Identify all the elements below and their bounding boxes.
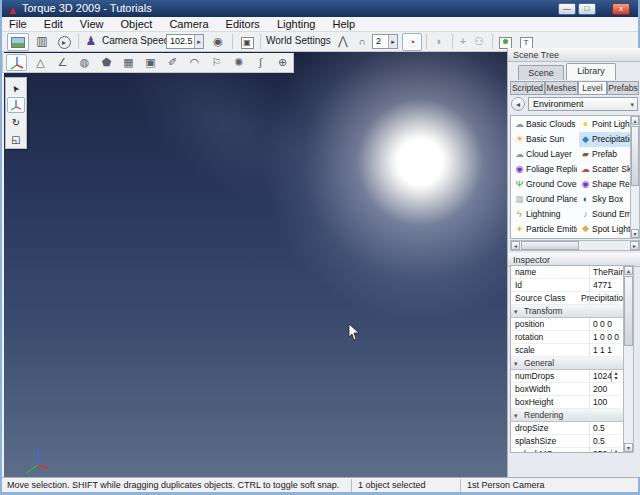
select-tool-button[interactable]: ➤ xyxy=(7,80,25,96)
list-item-ground-plane[interactable]: ▦Ground Plane xyxy=(513,192,577,207)
list-item-point-light[interactable]: ●Point Light xyxy=(579,117,633,132)
section-general[interactable]: ▾General xyxy=(511,357,634,370)
cloud-icon: ☁ xyxy=(513,147,526,162)
close-button[interactable]: x xyxy=(612,3,630,15)
maximize-button[interactable]: □ xyxy=(578,3,596,15)
inspector-row-name[interactable]: nameTheRain xyxy=(511,266,621,279)
inspector-row-splashsize[interactable]: splashSize0.5 xyxy=(511,435,621,448)
decal-editor-button[interactable]: ▣ xyxy=(140,54,161,71)
camera-speed-input[interactable]: 102.5▸ xyxy=(166,34,204,49)
camera-person-button[interactable]: ♟ xyxy=(82,33,100,51)
list-item-shape-replicator[interactable]: ◉Shape Replicator xyxy=(579,177,633,192)
add-button[interactable]: + xyxy=(456,33,470,51)
rotate-tool-button[interactable]: ↻ xyxy=(7,115,25,131)
tab-library[interactable]: Library xyxy=(566,63,616,80)
subtab-prefabs[interactable]: Prefabs xyxy=(607,81,639,95)
road-path-editor-button[interactable]: ⊕ xyxy=(272,54,293,71)
subtab-meshes[interactable]: Meshes xyxy=(545,81,578,95)
move-tool-button[interactable] xyxy=(7,97,25,113)
players-button[interactable]: ⚇ xyxy=(470,33,488,51)
mesh-road-editor-button[interactable]: ◠ xyxy=(184,54,205,71)
visibility-button[interactable]: ◉ xyxy=(208,33,228,51)
list-item-spot-light[interactable]: ❖Spot Light xyxy=(579,222,633,237)
datablock-editor-button[interactable]: ⬟ xyxy=(96,54,117,71)
layout-button[interactable]: ▥ xyxy=(32,33,52,51)
scene-view-button[interactable] xyxy=(7,33,29,51)
list-item-basic-sun[interactable]: ☀Basic Sun xyxy=(513,132,577,147)
list-item-cloud-layer[interactable]: ☁Cloud Layer xyxy=(513,147,577,162)
splashms-spinner[interactable]: ▴▾ xyxy=(611,449,620,453)
menu-object[interactable]: Object xyxy=(114,17,160,31)
clock-button[interactable]: ◗ xyxy=(430,33,448,51)
scroll-right-icon[interactable]: ▸ xyxy=(630,241,639,250)
inspector-vertical-scrollbar[interactable]: ▴ ▾ xyxy=(623,265,634,453)
inspector-row-source-class[interactable]: Source ClassPrecipitation xyxy=(511,292,621,305)
inspector-row-position[interactable]: position0 0 0 xyxy=(511,318,621,331)
snap-size-spinner[interactable]: ▸ xyxy=(388,35,397,48)
list-item-prefab[interactable]: ▰Prefab xyxy=(579,147,633,162)
subtab-scripted[interactable]: Scripted xyxy=(510,81,545,95)
back-button[interactable]: ◂ xyxy=(511,97,525,111)
list-item-particle-emitter[interactable]: ✶Particle Emitter xyxy=(513,222,577,237)
magnet-snap-button[interactable]: ∩ xyxy=(354,33,370,51)
snap-size-input[interactable]: 2▸ xyxy=(372,34,398,49)
forest-editor-button[interactable]: ✐ xyxy=(162,54,183,71)
object-editor-button[interactable] xyxy=(6,54,27,71)
object-snap-button[interactable]: ⋀ xyxy=(334,33,352,51)
material-editor-button[interactable]: ◍ xyxy=(74,54,95,71)
section-arrow-icon: ▾ xyxy=(514,409,518,422)
library-horizontal-scrollbar[interactable]: ◂ ▸ xyxy=(510,240,640,251)
menu-edit[interactable]: Edit xyxy=(37,17,70,31)
menu-camera[interactable]: Camera xyxy=(162,17,215,31)
list-item-ground-cover[interactable]: ΨGround Cover xyxy=(513,177,577,192)
inspector-row-dropsize[interactable]: dropSize0.5 xyxy=(511,422,621,435)
scale-tool-button[interactable]: ◱ xyxy=(7,132,25,148)
camera-toggle-button[interactable]: ▣ xyxy=(237,33,257,51)
tab-scene[interactable]: Scene xyxy=(518,65,564,80)
inspector-row-id[interactable]: Id4771 xyxy=(511,279,621,292)
inspector-row-scale[interactable]: scale1 1 1 xyxy=(511,344,621,357)
menu-help[interactable]: Help xyxy=(326,17,363,31)
inspector-row-numdrops[interactable]: numDrops1024▴▾ xyxy=(511,370,621,383)
mission-area-editor-button[interactable]: ⚐ xyxy=(206,54,227,71)
scroll-down-icon[interactable]: ▾ xyxy=(624,443,633,452)
library-vertical-scrollbar[interactable]: ▴ ▾ xyxy=(630,115,640,239)
right-panel: Scene Tree Scene Library Scripted Meshes… xyxy=(507,48,640,477)
terrain-painter-button[interactable]: ∠ xyxy=(52,54,73,71)
list-item-foliage-replicator[interactable]: ◉Foliage Replicator xyxy=(513,162,577,177)
scroll-down-icon[interactable]: ▾ xyxy=(631,229,639,238)
scroll-left-icon[interactable]: ◂ xyxy=(511,241,520,250)
inspector-row-boxheight[interactable]: boxHeight100 xyxy=(511,396,621,409)
numdrops-spinner[interactable]: ▴▾ xyxy=(611,371,620,382)
inspector-row-rotation[interactable]: rotation1 0 0 0 xyxy=(511,331,621,344)
landscape-icon xyxy=(11,37,25,48)
terrain-editor-button[interactable]: △ xyxy=(30,54,51,71)
category-dropdown[interactable]: Environment▾ xyxy=(528,97,638,111)
minimize-button[interactable]: — xyxy=(558,3,576,15)
menu-file[interactable]: File xyxy=(2,17,34,31)
list-item-precipitation[interactable]: ◆Precipitation xyxy=(579,132,633,147)
menu-editors[interactable]: Editors xyxy=(219,17,267,31)
list-item-sound-emitter[interactable]: ♪Sound Emitter xyxy=(579,207,633,222)
inspector-row-splashms[interactable]: splashMS250▴▾ xyxy=(511,448,621,453)
subtab-level[interactable]: Level xyxy=(578,81,607,95)
list-item-basic-clouds[interactable]: ☁Basic Clouds xyxy=(513,117,577,132)
list-item-scatter-sky[interactable]: ☁Scatter Sky xyxy=(579,162,633,177)
section-transform[interactable]: ▾Transform xyxy=(511,305,634,318)
list-item-lightning[interactable]: ϟLightning xyxy=(513,207,577,222)
timer-button[interactable]: ◔ xyxy=(402,33,422,51)
inspector-row-boxwidth[interactable]: boxWidth200 xyxy=(511,383,621,396)
play-button[interactable]: ▸ xyxy=(54,33,74,51)
list-item-sky-box[interactable]: ◐Sky Box xyxy=(579,192,633,207)
viewport-3d[interactable] xyxy=(4,52,507,477)
scroll-up-icon[interactable]: ▴ xyxy=(624,266,633,275)
camera-speed-spinner[interactable]: ▸ xyxy=(194,35,203,48)
particle-editor-button[interactable]: ✺ xyxy=(228,54,249,71)
scroll-up-icon[interactable]: ▴ xyxy=(631,116,639,125)
menu-lighting[interactable]: Lighting xyxy=(270,17,323,31)
river-editor-button[interactable]: ∫ xyxy=(250,54,271,71)
section-rendering[interactable]: ▾Rendering xyxy=(511,409,634,422)
menu-view[interactable]: View xyxy=(73,17,111,31)
bulb-icon: ● xyxy=(579,117,592,132)
terrain-block-button[interactable]: ▦ xyxy=(118,54,139,71)
